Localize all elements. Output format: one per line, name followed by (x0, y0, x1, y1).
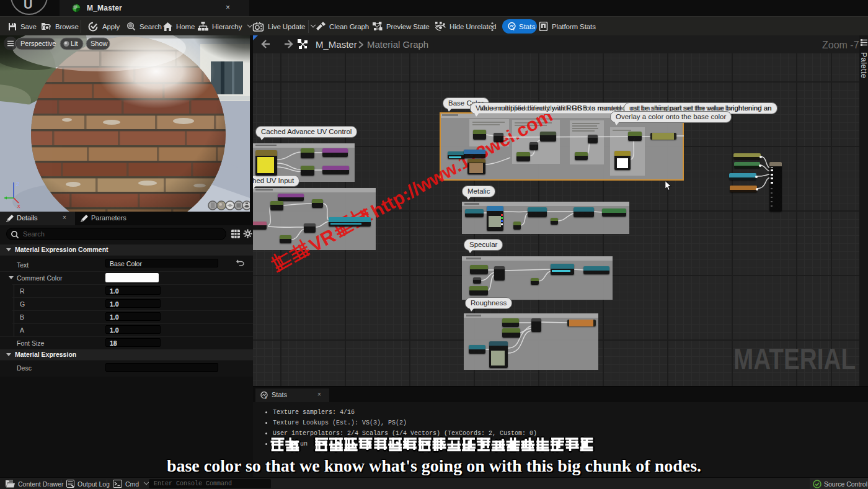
svg-text:Lit: Lit (71, 40, 78, 47)
svg-text:Z: Z (16, 181, 20, 187)
svg-text:Show: Show (91, 40, 108, 47)
svg-text:i: i (513, 26, 514, 31)
svg-text:Perspective: Perspective (20, 40, 56, 47)
svg-text:x: x (17, 203, 20, 209)
svg-text:i: i (265, 395, 267, 400)
